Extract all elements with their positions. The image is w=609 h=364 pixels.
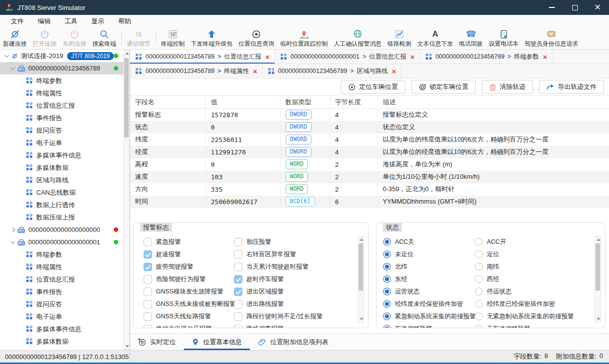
checkbox-icon[interactable] [144,238,152,246]
status-radio-item[interactable]: 车道偏移预警 [383,323,475,328]
tree-leaf[interactable]: 电子运单 [0,310,123,323]
close-tab-icon[interactable]: × [265,53,270,61]
tree-leaf[interactable]: 数据上行透传 [0,199,123,211]
tab-position-report-1[interactable]: 00000000000123456789 > 位置信息汇报 × [130,50,275,64]
alarm-checkbox-item[interactable]: 右转盲区异常报警 [234,248,351,261]
close-button[interactable]: ✕ [586,0,609,15]
status-radio-item[interactable]: 西经 [475,273,588,286]
table-row[interactable]: 经度 112991270 DWORD 4 以度为单位的经度值乘以10的6次方，精… [130,146,609,158]
alarm-checkbox-item[interactable]: 进出区域报警 [234,286,351,298]
radio-icon[interactable] [475,263,483,271]
status-radio-item[interactable]: 东经 [383,273,475,286]
close-tab-icon[interactable]: × [410,53,415,61]
checkbox-checked-icon[interactable] [234,288,242,296]
scrollbar-thumb[interactable] [124,58,129,138]
tree-device-node[interactable]: 00000000000000000001 [0,236,123,248]
tree-leaf[interactable]: 终端属性 [0,261,123,273]
checkbox-checked-icon[interactable] [144,263,152,271]
checkbox-icon[interactable] [234,300,242,308]
status-radio-item[interactable]: 北纬 [383,261,475,273]
col-desc[interactable]: 描述 [378,96,609,109]
status-radio-item[interactable]: 定位 [475,248,588,261]
tree-leaf[interactable]: 事件报告 [0,286,123,298]
status-radio-item[interactable]: ACC关 [383,236,475,248]
checkbox-icon[interactable] [234,312,242,321]
menu-view[interactable]: 显示 [84,15,111,28]
table-row[interactable]: 报警标志 1572870 DWORD 4 报警标志位定义 [130,109,609,121]
tree-device-node[interactable]: 00000000000123456789 [0,62,123,74]
scrollbar-thumb[interactable] [359,243,363,291]
menu-help[interactable]: 帮助 [111,15,138,28]
status-radio-item[interactable]: 经纬度未经保密插件加密 [383,298,475,310]
tree-leaf[interactable]: 区域与路线 [0,174,123,186]
alarm-checkbox-item[interactable]: GNSS天线未接或被剪断报警 [144,298,234,310]
toolbar-phone-callback[interactable]: ☎ 电话回拨 [456,28,486,50]
checkbox-icon[interactable] [144,288,152,296]
status-radio-item[interactable]: 停运状态 [475,286,588,298]
alarm-checkbox-item[interactable]: 疲劳驾驶报警 [144,261,234,273]
tree-leaf[interactable]: 电子运单 [0,137,123,149]
alarm-checkbox-item[interactable]: 危险驾驶行为报警 [144,273,234,286]
close-tab-icon[interactable]: × [391,67,396,75]
tree-leaf[interactable]: CAN总线数据 [0,186,123,199]
radio-selected-icon[interactable] [383,275,391,283]
tree-leaf[interactable]: 多媒体事件信息 [0,323,123,335]
tab-area-route[interactable]: 00000000000123456789 > 区域与路线 × [263,64,401,78]
chevron-right-icon[interactable] [10,227,15,232]
sidebar-scrollbar[interactable] [123,50,130,350]
alarm-checkbox-item[interactable]: 胎压预警 [234,236,351,248]
menu-file[interactable]: 文件 [4,15,31,28]
tree-leaf[interactable]: 终端参数 [0,74,123,87]
tab-terminal-params[interactable]: 00000000000123456789 > 终端参数 × [420,50,553,64]
checkbox-icon[interactable] [144,325,152,328]
alarm-checkbox-item[interactable]: 进出路线报警 [234,298,351,310]
status-radio-item[interactable]: 无紧急制动系统采集的前撞预警 [475,310,588,323]
status-radio-item[interactable]: 无车道偏移预警 [475,323,588,328]
maximize-button[interactable] [563,0,586,15]
radio-icon[interactable] [475,288,483,295]
status-radio-item[interactable]: 经纬度已经保密插件加密 [475,298,588,310]
toolbar-driver-id-request[interactable]: 驾驶员身份信息请求 [522,28,581,50]
menu-tools[interactable]: 工具 [58,15,84,28]
alarm-checkbox-item[interactable]: GNSS天线短路报警 [144,310,234,323]
tab-terminal-attrs[interactable]: 00000000000123456789 > 终端属性 × [130,64,263,78]
clear-track-button[interactable]: 清除轨迹 [482,80,533,94]
tree-leaf[interactable]: 终端属性 [0,87,123,99]
tab-position-basic-info[interactable]: 位置基本信息 [184,334,250,350]
status-radio-item[interactable]: ACC开 [475,236,588,248]
radio-selected-icon[interactable] [383,300,391,308]
checkbox-checked-icon[interactable] [234,275,242,284]
toolbar-terminal-control[interactable]: 终端控制 [158,28,188,50]
toolbar-link-check[interactable]: 链路检测 [384,28,414,50]
lock-vehicle-button[interactable]: 锁定车辆位置 [411,80,476,94]
tree-leaf[interactable]: 终端参数 [0,248,123,261]
tree-leaf[interactable]: 位置信息汇报 [0,273,123,286]
chevron-down-icon[interactable] [4,53,9,58]
tree-leaf[interactable]: 多媒体事件信息 [0,149,123,161]
table-row[interactable]: 时间 250609002617 BCD[6] 6 YYMMDDhhmmss (G… [130,196,609,208]
col-type[interactable]: 数据类型 [280,96,330,109]
alarm-panel-scrollbar[interactable] [358,236,364,323]
locate-vehicle-button[interactable]: 定位车辆位置 [341,80,405,94]
toolbar-close-connection[interactable]: 关闭连接 [60,28,89,50]
col-field[interactable]: 字段名 [130,96,206,109]
minimize-button[interactable] [540,0,563,15]
tree-leaf[interactable]: 事件报告 [0,112,123,124]
tab-realtime-location[interactable]: 实时定位 [130,334,184,350]
status-radio-item[interactable]: 运营状态 [383,286,475,298]
tree-leaf[interactable]: 位置信息汇报 [0,99,123,112]
table-row[interactable]: 状态 0 DWORD 4 状态位定义 [130,121,609,134]
table-row[interactable]: 高程 0 WORD 2 海拔高度，单位为米 (m) [130,158,609,171]
status-panel-scrollbar[interactable] [595,236,601,323]
alarm-checkbox-item[interactable]: 路线偏离报警 [234,323,351,328]
scrollbar-thumb[interactable] [596,243,600,291]
tree-leaf[interactable]: 多媒体数据 [0,161,123,174]
tree-device-node[interactable]: 00000000000000000000 [0,223,123,236]
checkbox-icon[interactable] [144,300,152,308]
toolbar-send-text[interactable]: A 文本信息下发 [414,28,456,50]
checkbox-icon[interactable] [144,312,152,321]
radio-selected-icon[interactable] [383,250,391,258]
toolbar-new-connection[interactable]: 新建连接 [0,28,30,50]
radio-icon[interactable] [475,250,483,258]
toolbar-temp-tracking[interactable]: 临时位置跟踪控制 [277,28,331,50]
